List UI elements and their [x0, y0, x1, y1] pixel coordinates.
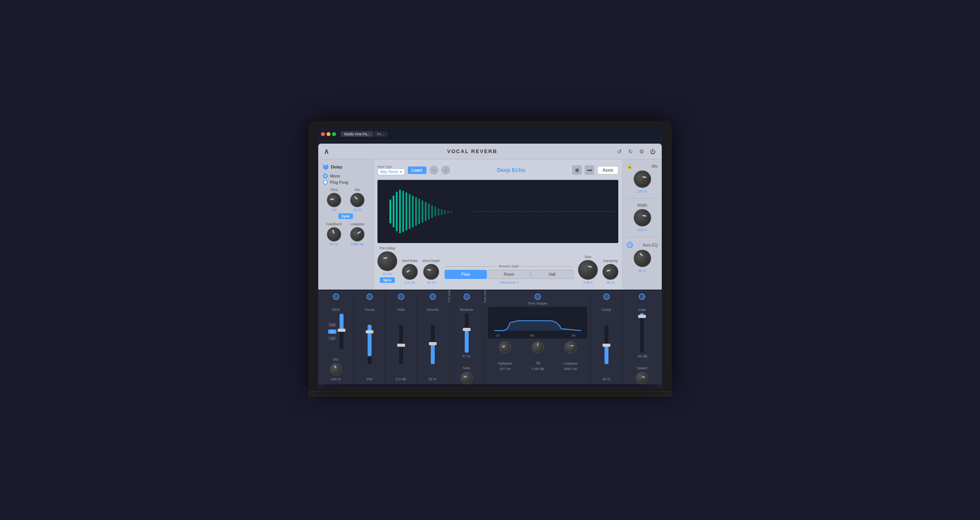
delay-feedback-knob[interactable]	[327, 227, 341, 241]
svg-rect-9	[415, 197, 417, 226]
delay-title: Delay	[331, 165, 342, 169]
pitch-minus12: -12	[328, 336, 337, 340]
reverb-plate-button[interactable]: Plate	[445, 270, 487, 279]
mono-label: Mono	[330, 174, 340, 178]
minimize-btn[interactable]	[327, 132, 330, 136]
auto-eq-power-button[interactable]	[627, 242, 633, 248]
throat-slider-thumb[interactable]	[366, 330, 374, 333]
reverb-size-label: Size	[578, 255, 598, 259]
mix-lock-icon[interactable]: 🔒	[627, 163, 633, 169]
mod-rate-value: 2.5 Hz	[402, 281, 418, 284]
plugin-window: ∧ VOCAL REVERB ↺ ↻ ⚙ ⏻	[318, 144, 662, 384]
lowpass-knob[interactable]	[564, 341, 577, 354]
close-btn[interactable]	[321, 132, 325, 136]
pingpong-radio[interactable]: Ping Pong	[323, 180, 368, 185]
reverse-note-knob[interactable]	[460, 372, 473, 384]
redo-icon[interactable]: ↻	[627, 148, 634, 155]
mod-rate-knob[interactable]	[402, 264, 418, 280]
pitch-power-button[interactable]	[333, 294, 339, 300]
delay-mix-knob[interactable]	[350, 193, 364, 207]
delay-lowpass-knob[interactable]	[350, 227, 364, 241]
delay-power-button[interactable]	[323, 164, 329, 170]
auto-eq-section: Auto-EQ 40 %	[627, 242, 658, 273]
lowpass-label: Lowpass	[563, 361, 578, 365]
undo-icon[interactable]: ↺	[616, 148, 623, 155]
pitch-slider-thumb[interactable]	[338, 329, 345, 332]
auto-eq-knob[interactable]	[634, 250, 651, 267]
delay-time-knob[interactable]	[327, 193, 341, 207]
throat-module: Throat 100	[354, 290, 385, 384]
reverse-slider-container	[465, 313, 469, 353]
svg-rect-5	[402, 191, 404, 232]
svg-rect-10	[419, 199, 420, 224]
delay-feedback-group: Feedback 55 %	[323, 222, 345, 246]
reverb-hall-button[interactable]: Hall	[531, 270, 573, 279]
input-type-label: Input Type	[377, 165, 405, 168]
mod-depth-knob[interactable]	[423, 264, 439, 280]
gate-title: Gate	[638, 308, 646, 312]
gate-header: Gate	[625, 294, 659, 313]
svg-rect-13	[428, 204, 430, 219]
predelay-sync-button[interactable]: Sync	[380, 277, 395, 283]
plugin-upper: Delay Mono Ping Pong	[318, 159, 662, 290]
comp-slider-thumb[interactable]	[603, 344, 610, 347]
svg-rect-20	[451, 211, 452, 213]
predelay-label: Pre-Delay	[377, 246, 397, 250]
input-type-select[interactable]: Alto-Tenor ▾	[377, 168, 405, 175]
comp-power-button[interactable]	[603, 294, 610, 300]
delay-header: Delay	[323, 164, 368, 170]
reverse-note-label: Note	[460, 366, 473, 370]
preset-favorite-button[interactable]: ⊞	[572, 165, 582, 175]
highpass-knob[interactable]	[499, 341, 511, 354]
tube-power-button[interactable]	[398, 294, 404, 300]
delay-panel: Delay Mono Ping Pong	[318, 159, 374, 290]
predelay-knob[interactable]	[377, 251, 397, 271]
mix-knob[interactable]	[634, 170, 651, 188]
smooth-power-button[interactable]	[430, 294, 436, 300]
postverb-divider: Post-Verb	[484, 290, 485, 384]
preset-menu-button[interactable]: •••	[585, 165, 594, 175]
damping-knob[interactable]	[603, 264, 618, 280]
prev-preset-button[interactable]: ‹	[430, 166, 438, 174]
reverb-size-knob[interactable]	[578, 260, 598, 280]
learn-button[interactable]: Learn	[408, 166, 426, 174]
svg-rect-2	[393, 196, 394, 227]
width-knob[interactable]	[634, 209, 651, 226]
daw-tab-active[interactable]: Studio One Pa...	[341, 131, 373, 137]
reverse-slider-thumb[interactable]	[463, 328, 471, 331]
reverb-style-label: Reverb Style	[445, 264, 573, 268]
pitch-zero: 0	[328, 329, 337, 334]
auto-eq-header: Auto-EQ	[627, 242, 658, 248]
tilt-label: Tilt	[531, 361, 544, 365]
tube-slider-thumb[interactable]	[397, 344, 405, 347]
next-preset-button[interactable]: ›	[441, 166, 450, 174]
power-icon[interactable]: ⏻	[649, 148, 656, 155]
width-title: Width	[627, 203, 658, 208]
tilt-knob[interactable]	[531, 341, 544, 354]
maximize-btn[interactable]	[332, 132, 336, 136]
advanced-link[interactable]: Advanced ∨	[445, 281, 573, 284]
reverb-room-button[interactable]: Room	[488, 270, 530, 279]
delay-sync-button[interactable]: Sync	[338, 213, 353, 219]
gate-power-button[interactable]	[639, 294, 645, 300]
tone-shaper-power-button[interactable]	[535, 294, 541, 300]
assist-button[interactable]: Assist	[597, 166, 618, 174]
mono-radio[interactable]: Mono	[323, 174, 368, 178]
svg-rect-1	[390, 200, 391, 223]
reverb-svg	[377, 180, 618, 243]
throat-power-button[interactable]	[366, 294, 373, 300]
settings-icon[interactable]: ⚙	[638, 148, 645, 155]
reverse-power-button[interactable]	[464, 294, 470, 300]
daw-tab-2[interactable]: Fx...	[374, 131, 387, 137]
delay-feedback-label: Feedback	[323, 222, 345, 226]
pitch-mix-knob[interactable]	[330, 363, 342, 376]
tube-value: 0.0 dB	[396, 377, 406, 381]
mod-depth-value: 20 %	[422, 281, 440, 284]
smooth-slider-thumb[interactable]	[429, 342, 437, 345]
svg-rect-6	[406, 193, 407, 230]
lowpass-value: 4982 Hz	[563, 367, 578, 371]
tone-knobs: Highpass 197 Hz Tilt 0.98 dB	[488, 341, 587, 371]
gate-speed-knob[interactable]	[636, 372, 648, 384]
input-type-value: Alto-Tenor	[380, 170, 398, 174]
gate-slider-thumb[interactable]	[638, 315, 646, 318]
